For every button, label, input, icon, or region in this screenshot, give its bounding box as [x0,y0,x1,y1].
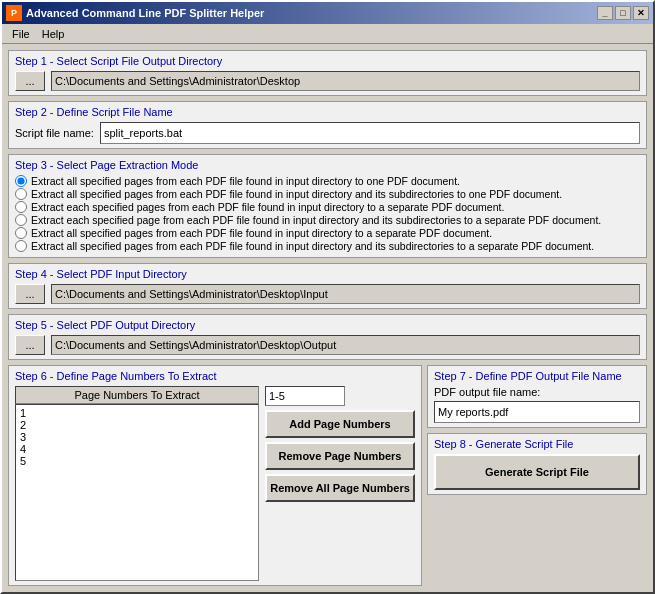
step4-section: Step 4 - Select PDF Input Directory ... … [8,263,647,309]
page-list[interactable]: 1 2 3 4 5 [15,404,259,581]
generate-script-button[interactable]: Generate Script File [434,454,640,490]
step7-8-container: Step 7 - Define PDF Output File Name PDF… [427,365,647,586]
step7-title: Step 7 - Define PDF Output File Name [434,370,640,382]
script-filename-input[interactable] [100,122,640,144]
step5-browse-button[interactable]: ... [15,335,45,355]
close-button[interactable]: ✕ [633,6,649,20]
step3-option-label-0: Extract all specified pages from each PD… [31,175,460,187]
step6-section: Step 6 - Define Page Numbers To Extract … [8,365,422,586]
page-numbers-input[interactable] [265,386,345,406]
remove-all-page-numbers-button[interactable]: Remove All Page Numbers [265,474,415,502]
step3-option-4: Extract all specified pages from each PD… [15,227,640,239]
window-title: Advanced Command Line PDF Splitter Helpe… [26,7,264,19]
menu-file[interactable]: File [6,26,36,42]
step3-option-label-5: Extract all specified pages from each PD… [31,240,594,252]
step3-option-label-4: Extract all specified pages from each PD… [31,227,492,239]
step6-inner: Page Numbers To Extract 1 2 3 4 5 Add Pa… [15,386,415,581]
step2-label: Script file name: [15,127,94,139]
step5-title: Step 5 - Select PDF Output Directory [15,319,640,331]
step2-section: Step 2 - Define Script File Name Script … [8,101,647,149]
main-window: P Advanced Command Line PDF Splitter Hel… [0,0,655,594]
step1-path: C:\Documents and Settings\Administrator\… [51,71,640,91]
step3-option-label-1: Extract all specified pages from each PD… [31,188,562,200]
step3-option-2: Extract each specified pages from each P… [15,201,640,213]
step3-option-label-3: Extract each specified page from each PD… [31,214,601,226]
title-bar: P Advanced Command Line PDF Splitter Hel… [2,2,653,24]
step3-radio-4[interactable] [15,227,27,239]
bottom-section: Step 6 - Define Page Numbers To Extract … [8,365,647,586]
step1-browse-button[interactable]: ... [15,71,45,91]
page-list-header: Page Numbers To Extract [15,386,259,404]
step5-row: ... C:\Documents and Settings\Administra… [15,335,640,355]
step3-option-0: Extract all specified pages from each PD… [15,175,640,187]
step8-title: Step 8 - Generate Script File [434,438,640,450]
step3-radio-3[interactable] [15,214,27,226]
title-buttons: _ □ ✕ [597,6,649,20]
list-item[interactable]: 2 [18,419,256,431]
step4-path: C:\Documents and Settings\Administrator\… [51,284,640,304]
remove-page-numbers-button[interactable]: Remove Page Numbers [265,442,415,470]
step3-option-3: Extract each specified page from each PD… [15,214,640,226]
content-area: Step 1 - Select Script File Output Direc… [2,44,653,592]
page-list-container: Page Numbers To Extract 1 2 3 4 5 [15,386,259,581]
step3-radio-1[interactable] [15,188,27,200]
list-item[interactable]: 5 [18,455,256,467]
add-page-numbers-button[interactable]: Add Page Numbers [265,410,415,438]
step6-right: Add Page Numbers Remove Page Numbers Rem… [265,386,415,581]
title-bar-left: P Advanced Command Line PDF Splitter Hel… [6,5,264,21]
maximize-button[interactable]: □ [615,6,631,20]
list-item[interactable]: 4 [18,443,256,455]
step3-radio-2[interactable] [15,201,27,213]
menu-bar: File Help [2,24,653,44]
step3-option-5: Extract all specified pages from each PD… [15,240,640,252]
step3-option-label-2: Extract each specified pages from each P… [31,201,504,213]
step1-section: Step 1 - Select Script File Output Direc… [8,50,647,96]
step8-section: Step 8 - Generate Script File Generate S… [427,433,647,495]
list-item[interactable]: 1 [18,407,256,419]
step3-radio-5[interactable] [15,240,27,252]
step5-section: Step 5 - Select PDF Output Directory ...… [8,314,647,360]
step3-radio-0[interactable] [15,175,27,187]
step4-row: ... C:\Documents and Settings\Administra… [15,284,640,304]
step1-title: Step 1 - Select Script File Output Direc… [15,55,640,67]
step3-option-1: Extract all specified pages from each PD… [15,188,640,200]
app-icon: P [6,5,22,21]
step5-path: C:\Documents and Settings\Administrator\… [51,335,640,355]
step7-label: PDF output file name: [434,386,540,398]
step4-browse-button[interactable]: ... [15,284,45,304]
step2-row: Script file name: [15,122,640,144]
menu-help[interactable]: Help [36,26,71,42]
step6-title: Step 6 - Define Page Numbers To Extract [15,370,415,382]
step1-row: ... C:\Documents and Settings\Administra… [15,71,640,91]
list-item[interactable]: 3 [18,431,256,443]
step7-section: Step 7 - Define PDF Output File Name PDF… [427,365,647,428]
step3-title: Step 3 - Select Page Extraction Mode [15,159,640,171]
pdf-output-filename-input[interactable] [434,401,640,423]
step3-section: Step 3 - Select Page Extraction Mode Ext… [8,154,647,258]
minimize-button[interactable]: _ [597,6,613,20]
step4-title: Step 4 - Select PDF Input Directory [15,268,640,280]
step2-title: Step 2 - Define Script File Name [15,106,640,118]
